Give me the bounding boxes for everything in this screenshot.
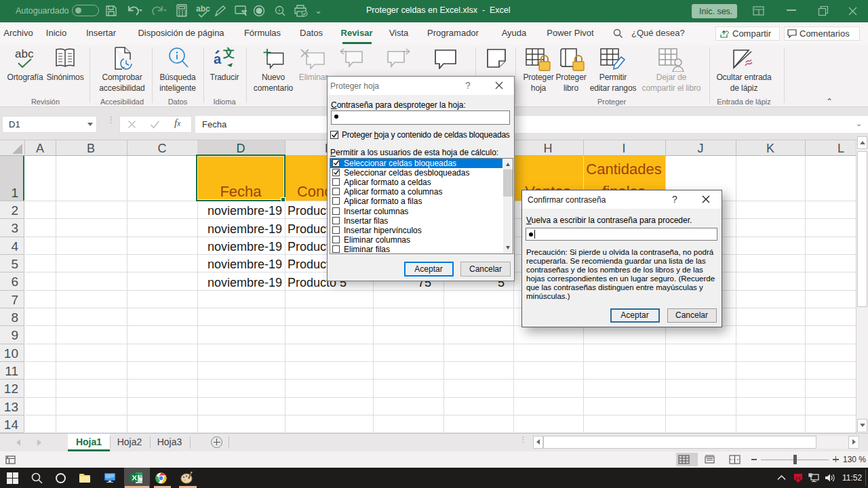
- svg-text:文: 文: [222, 47, 235, 60]
- svg-text:a: a: [214, 52, 222, 66]
